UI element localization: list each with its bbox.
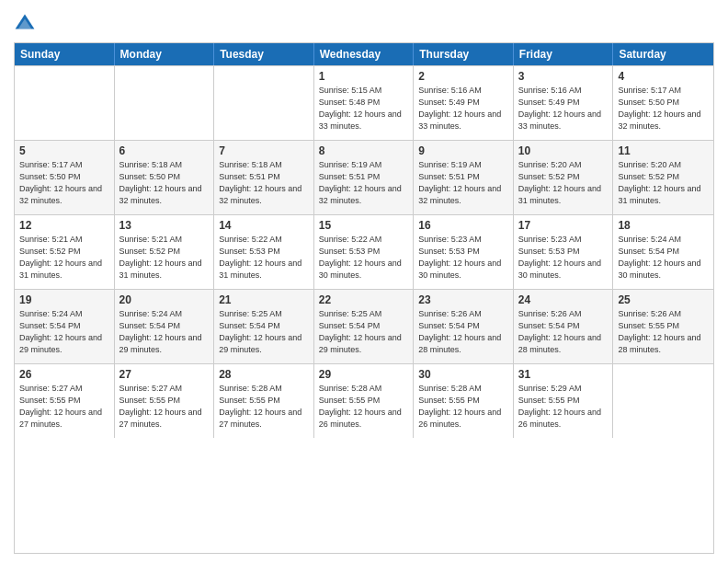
day-info: Sunrise: 5:18 AM Sunset: 5:51 PM Dayligh… bbox=[219, 159, 309, 207]
calendar-cell: 9Sunrise: 5:19 AM Sunset: 5:51 PM Daylig… bbox=[414, 141, 514, 214]
day-info: Sunrise: 5:17 AM Sunset: 5:50 PM Dayligh… bbox=[19, 159, 109, 207]
day-number: 28 bbox=[219, 368, 309, 381]
day-number: 30 bbox=[418, 368, 508, 381]
day-info: Sunrise: 5:23 AM Sunset: 5:53 PM Dayligh… bbox=[518, 234, 609, 282]
weekday-header-friday: Friday bbox=[514, 43, 614, 65]
calendar-cell: 11Sunrise: 5:20 AM Sunset: 5:52 PM Dayli… bbox=[613, 141, 713, 214]
day-number: 31 bbox=[518, 368, 609, 381]
calendar-row-1: 5Sunrise: 5:17 AM Sunset: 5:50 PM Daylig… bbox=[15, 140, 713, 214]
day-number: 19 bbox=[19, 293, 109, 306]
day-info: Sunrise: 5:20 AM Sunset: 5:52 PM Dayligh… bbox=[618, 159, 709, 207]
calendar-cell: 29Sunrise: 5:28 AM Sunset: 5:55 PM Dayli… bbox=[314, 364, 415, 438]
day-number: 29 bbox=[319, 368, 409, 381]
day-number: 14 bbox=[219, 219, 309, 232]
calendar-cell: 23Sunrise: 5:26 AM Sunset: 5:54 PM Dayli… bbox=[414, 290, 514, 363]
day-info: Sunrise: 5:23 AM Sunset: 5:53 PM Dayligh… bbox=[418, 234, 508, 282]
weekday-header-wednesday: Wednesday bbox=[314, 43, 415, 65]
logo bbox=[14, 13, 38, 35]
calendar-cell: 18Sunrise: 5:24 AM Sunset: 5:54 PM Dayli… bbox=[613, 215, 713, 289]
calendar-cell: 7Sunrise: 5:18 AM Sunset: 5:51 PM Daylig… bbox=[214, 141, 314, 214]
day-number: 1 bbox=[319, 70, 409, 83]
day-info: Sunrise: 5:22 AM Sunset: 5:53 PM Dayligh… bbox=[219, 234, 309, 282]
calendar-cell: 3Sunrise: 5:16 AM Sunset: 5:49 PM Daylig… bbox=[514, 66, 614, 140]
day-number: 4 bbox=[618, 70, 709, 83]
calendar-cell: 31Sunrise: 5:29 AM Sunset: 5:55 PM Dayli… bbox=[514, 364, 614, 438]
day-info: Sunrise: 5:16 AM Sunset: 5:49 PM Dayligh… bbox=[418, 85, 508, 132]
weekday-header-thursday: Thursday bbox=[414, 43, 514, 65]
day-number: 16 bbox=[418, 219, 508, 232]
calendar-row-3: 19Sunrise: 5:24 AM Sunset: 5:54 PM Dayli… bbox=[15, 289, 713, 363]
day-number: 25 bbox=[618, 293, 709, 306]
day-info: Sunrise: 5:25 AM Sunset: 5:54 PM Dayligh… bbox=[319, 308, 409, 356]
day-info: Sunrise: 5:22 AM Sunset: 5:53 PM Dayligh… bbox=[319, 234, 409, 282]
day-info: Sunrise: 5:15 AM Sunset: 5:48 PM Dayligh… bbox=[319, 85, 409, 132]
calendar-cell: 16Sunrise: 5:23 AM Sunset: 5:53 PM Dayli… bbox=[414, 215, 514, 289]
day-info: Sunrise: 5:18 AM Sunset: 5:50 PM Dayligh… bbox=[119, 159, 210, 207]
day-number: 3 bbox=[518, 70, 609, 83]
calendar: SundayMondayTuesdayWednesdayThursdayFrid… bbox=[14, 42, 714, 554]
calendar-cell: 27Sunrise: 5:27 AM Sunset: 5:55 PM Dayli… bbox=[115, 364, 215, 438]
calendar-cell: 5Sunrise: 5:17 AM Sunset: 5:50 PM Daylig… bbox=[15, 141, 115, 214]
day-info: Sunrise: 5:24 AM Sunset: 5:54 PM Dayligh… bbox=[119, 308, 210, 356]
day-info: Sunrise: 5:27 AM Sunset: 5:55 PM Dayligh… bbox=[19, 383, 109, 431]
day-info: Sunrise: 5:21 AM Sunset: 5:52 PM Dayligh… bbox=[119, 234, 210, 282]
calendar-cell: 24Sunrise: 5:26 AM Sunset: 5:54 PM Dayli… bbox=[514, 290, 614, 363]
calendar-cell: 13Sunrise: 5:21 AM Sunset: 5:52 PM Dayli… bbox=[115, 215, 215, 289]
day-number: 26 bbox=[19, 368, 109, 381]
calendar-cell: 14Sunrise: 5:22 AM Sunset: 5:53 PM Dayli… bbox=[214, 215, 314, 289]
day-number: 22 bbox=[319, 293, 409, 306]
calendar-cell bbox=[115, 66, 215, 140]
day-number: 23 bbox=[418, 293, 508, 306]
day-info: Sunrise: 5:29 AM Sunset: 5:55 PM Dayligh… bbox=[518, 383, 609, 431]
day-number: 15 bbox=[319, 219, 409, 232]
calendar-cell: 28Sunrise: 5:28 AM Sunset: 5:55 PM Dayli… bbox=[214, 364, 314, 438]
day-info: Sunrise: 5:28 AM Sunset: 5:55 PM Dayligh… bbox=[219, 383, 309, 431]
day-number: 13 bbox=[119, 219, 210, 232]
calendar-cell: 12Sunrise: 5:21 AM Sunset: 5:52 PM Dayli… bbox=[15, 215, 115, 289]
calendar-body: 1Sunrise: 5:15 AM Sunset: 5:48 PM Daylig… bbox=[15, 65, 713, 438]
day-info: Sunrise: 5:25 AM Sunset: 5:54 PM Dayligh… bbox=[219, 308, 309, 356]
day-info: Sunrise: 5:21 AM Sunset: 5:52 PM Dayligh… bbox=[19, 234, 109, 282]
day-info: Sunrise: 5:19 AM Sunset: 5:51 PM Dayligh… bbox=[418, 159, 508, 207]
day-number: 9 bbox=[418, 144, 508, 157]
calendar-cell: 17Sunrise: 5:23 AM Sunset: 5:53 PM Dayli… bbox=[514, 215, 614, 289]
day-number: 20 bbox=[119, 293, 210, 306]
day-info: Sunrise: 5:20 AM Sunset: 5:52 PM Dayligh… bbox=[518, 159, 609, 207]
day-number: 8 bbox=[319, 144, 409, 157]
day-info: Sunrise: 5:24 AM Sunset: 5:54 PM Dayligh… bbox=[618, 234, 709, 282]
day-info: Sunrise: 5:16 AM Sunset: 5:49 PM Dayligh… bbox=[518, 85, 609, 132]
day-number: 5 bbox=[19, 144, 109, 157]
day-number: 27 bbox=[119, 368, 210, 381]
calendar-cell: 25Sunrise: 5:26 AM Sunset: 5:55 PM Dayli… bbox=[613, 290, 713, 363]
weekday-header-tuesday: Tuesday bbox=[214, 43, 314, 65]
day-info: Sunrise: 5:26 AM Sunset: 5:54 PM Dayligh… bbox=[418, 308, 508, 356]
calendar-cell bbox=[15, 66, 115, 140]
calendar-cell: 1Sunrise: 5:15 AM Sunset: 5:48 PM Daylig… bbox=[314, 66, 415, 140]
day-number: 7 bbox=[219, 144, 309, 157]
day-info: Sunrise: 5:27 AM Sunset: 5:55 PM Dayligh… bbox=[119, 383, 210, 431]
calendar-cell: 10Sunrise: 5:20 AM Sunset: 5:52 PM Dayli… bbox=[514, 141, 614, 214]
day-info: Sunrise: 5:26 AM Sunset: 5:55 PM Dayligh… bbox=[618, 308, 709, 356]
weekday-header-saturday: Saturday bbox=[613, 43, 713, 65]
day-number: 21 bbox=[219, 293, 309, 306]
day-info: Sunrise: 5:17 AM Sunset: 5:50 PM Dayligh… bbox=[618, 85, 709, 132]
day-number: 11 bbox=[618, 144, 709, 157]
weekday-header-monday: Monday bbox=[115, 43, 215, 65]
day-info: Sunrise: 5:19 AM Sunset: 5:51 PM Dayligh… bbox=[319, 159, 409, 207]
day-info: Sunrise: 5:28 AM Sunset: 5:55 PM Dayligh… bbox=[418, 383, 508, 431]
calendar-row-4: 26Sunrise: 5:27 AM Sunset: 5:55 PM Dayli… bbox=[15, 363, 713, 438]
logo-icon bbox=[14, 13, 36, 35]
calendar-cell: 21Sunrise: 5:25 AM Sunset: 5:54 PM Dayli… bbox=[214, 290, 314, 363]
header bbox=[14, 9, 714, 35]
calendar-cell bbox=[613, 364, 713, 438]
day-number: 17 bbox=[518, 219, 609, 232]
calendar-cell: 6Sunrise: 5:18 AM Sunset: 5:50 PM Daylig… bbox=[115, 141, 215, 214]
weekday-header-sunday: Sunday bbox=[15, 43, 115, 65]
calendar-cell: 26Sunrise: 5:27 AM Sunset: 5:55 PM Dayli… bbox=[15, 364, 115, 438]
calendar-cell: 2Sunrise: 5:16 AM Sunset: 5:49 PM Daylig… bbox=[414, 66, 514, 140]
calendar-cell: 4Sunrise: 5:17 AM Sunset: 5:50 PM Daylig… bbox=[613, 66, 713, 140]
calendar-cell: 15Sunrise: 5:22 AM Sunset: 5:53 PM Dayli… bbox=[314, 215, 415, 289]
day-number: 18 bbox=[618, 219, 709, 232]
day-number: 2 bbox=[418, 70, 508, 83]
calendar-cell: 30Sunrise: 5:28 AM Sunset: 5:55 PM Dayli… bbox=[414, 364, 514, 438]
